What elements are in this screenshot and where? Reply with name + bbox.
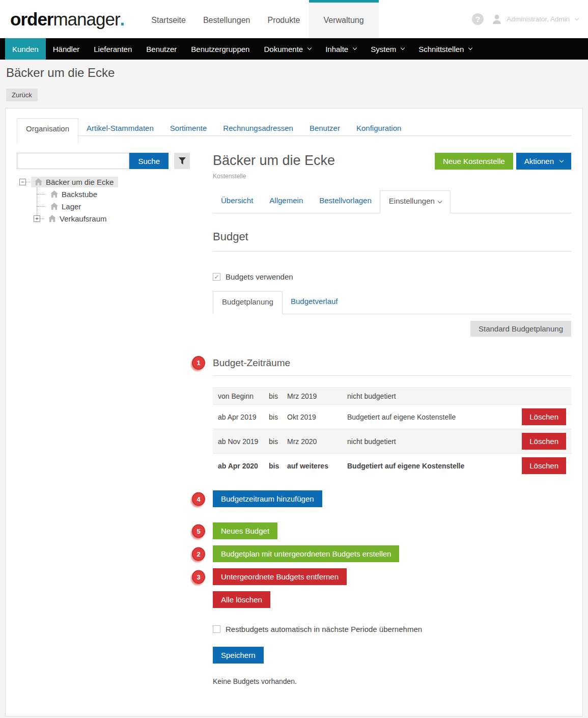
collapse-icon[interactable]: − (19, 179, 26, 185)
tree-connector (37, 206, 46, 207)
tree-item-verkaufsraum[interactable]: + Verkaufsraum (17, 212, 190, 225)
period-from: ab Nov 2019 (218, 437, 269, 446)
cost-center-tabs: Übersicht Allgemein Bestellvorlagen Eins… (213, 190, 571, 213)
tree-item-lager[interactable]: Lager (17, 200, 190, 212)
period-bis: bis (269, 392, 287, 400)
tab-budgetplanung[interactable]: Budgetplanung (213, 291, 283, 314)
tab-budgetverlauf[interactable]: Budgetverlauf (283, 291, 346, 311)
new-budget-button[interactable]: Neues Budget (213, 522, 277, 539)
chevron-down-icon (353, 46, 357, 50)
home-icon (48, 215, 56, 222)
period-from: von Beginn (218, 392, 269, 400)
top-nav: Startseite Bestellungen Produkte Verwalt… (143, 0, 378, 38)
tab-konfiguration[interactable]: Konfiguration (348, 118, 409, 138)
delete-period-button[interactable]: Löschen (522, 433, 566, 450)
subnav-haendler[interactable]: Händler (46, 38, 87, 60)
header-right: ? Administrator, Admin (472, 0, 580, 38)
table-row: ab Nov 2019 bis Mrz 2020 nicht budgetier… (213, 429, 571, 454)
subnav-benutzergruppen[interactable]: Benutzergruppen (184, 38, 257, 60)
tree-item-baecker-um-die-ecke[interactable]: − Bäcker um die Ecke (17, 176, 190, 188)
create-subordinate-budget-plan-button[interactable]: Budgetplan mit untergeordneten Budgets e… (213, 545, 399, 562)
chevron-down-icon (468, 46, 472, 50)
chevron-down-icon (575, 16, 579, 20)
tab-uebersicht[interactable]: Übersicht (213, 190, 261, 210)
logo-manager: manager (53, 9, 120, 29)
back-button[interactable]: Zurück (6, 89, 38, 101)
user-menu[interactable]: Administrator, Admin (491, 14, 578, 25)
new-cost-center-button[interactable]: Neue Kostenstelle (435, 153, 513, 170)
carryover-row: Restbudgets automatisch in nächste Perio… (213, 625, 571, 633)
delete-period-button[interactable]: Löschen (522, 457, 566, 474)
help-icon[interactable]: ? (472, 13, 484, 25)
step-badge-3: 3 (192, 570, 205, 584)
nav-bestellungen[interactable]: Bestellungen (194, 0, 259, 38)
search-button[interactable]: Suche (129, 153, 169, 169)
carryover-label: Restbudgets automatisch in nächste Perio… (226, 625, 422, 633)
budget-heading: Budget (213, 230, 571, 252)
period-from: ab Apr 2020 (218, 462, 269, 470)
subnav-kunden[interactable]: Kunden (5, 38, 46, 60)
cost-center-title: Bäcker um die Ecke (213, 153, 335, 169)
save-button[interactable]: Speichern (213, 647, 264, 664)
subnav-lieferanten[interactable]: Lieferanten (87, 38, 139, 60)
budget-periods-table: von Beginn bis Mrz 2019 nicht budgetiert… (213, 388, 571, 478)
home-icon (50, 190, 58, 198)
subnav-inhalte[interactable]: Inhalte (318, 38, 363, 60)
app-logo: ordermanager. (10, 9, 124, 30)
tab-benutzer[interactable]: Benutzer (301, 118, 348, 138)
remove-subordinate-budgets-button[interactable]: Untergeordnete Budgets entfernen (213, 568, 347, 585)
tree-item-label: Backstube (62, 190, 97, 199)
org-sidebar: Suche − Bäcker um die Ecke (17, 153, 190, 685)
tab-einstellungen[interactable]: Einstellungen (380, 190, 451, 213)
tree-item-label: Lager (62, 202, 81, 211)
subnav-system[interactable]: System (363, 38, 411, 60)
delete-all-button[interactable]: Alle löschen (213, 591, 270, 608)
tree-item-label: Bäcker um die Ecke (46, 178, 114, 186)
search-input[interactable] (17, 153, 129, 169)
standard-budgetplanung-button[interactable]: Standard Budgetplanung (470, 321, 571, 337)
period-to: Mrz 2019 (287, 392, 347, 400)
tree-connector (26, 182, 30, 182)
period-status: nicht budgetiert (347, 392, 566, 400)
period-bis: bis (269, 437, 287, 446)
budget-tabs: Budgetplanung Budgetverlauf (213, 291, 571, 314)
tab-bestellvorlagen[interactable]: Bestellvorlagen (311, 190, 380, 210)
home-icon (35, 178, 42, 185)
tab-sortimente[interactable]: Sortimente (162, 118, 215, 138)
chevron-down-icon (307, 46, 312, 50)
tab-allgemein[interactable]: Allgemein (261, 190, 311, 210)
filter-icon (179, 157, 186, 164)
add-budget-period-button[interactable]: Budgetzeitraum hinzufügen (213, 490, 322, 507)
delete-period-button[interactable]: Löschen (522, 408, 566, 425)
table-row: ab Apr 2020 bis auf weiteres Budgetiert … (213, 454, 571, 478)
period-from: ab Apr 2019 (218, 413, 269, 421)
nav-produkte[interactable]: Produkte (259, 0, 309, 38)
step-badge-5: 5 (192, 524, 205, 538)
period-bis: bis (269, 413, 287, 421)
carryover-checkbox[interactable] (213, 625, 220, 633)
period-status: Budgetiert auf eigene Kostenstelle (347, 462, 522, 470)
use-budgets-checkbox[interactable]: ✓ (213, 273, 220, 281)
period-status: Budgetiert auf eigene Kostenstelle (347, 413, 522, 421)
tree-connector (37, 194, 46, 195)
app-header: ordermanager. Startseite Bestellungen Pr… (0, 0, 588, 38)
nav-verwaltung[interactable]: Verwaltung (309, 0, 379, 38)
nav-startseite[interactable]: Startseite (143, 0, 194, 38)
tab-artikel-stammdaten[interactable]: Artikel-Stammdaten (78, 118, 162, 138)
actions-dropdown-button[interactable]: Aktionen (516, 153, 571, 170)
chevron-down-icon (559, 158, 564, 162)
subnav-benutzer[interactable]: Benutzer (139, 38, 184, 60)
tree-connector (40, 218, 44, 219)
subnav-dokumente[interactable]: Dokumente (257, 38, 318, 60)
period-bis: bis (269, 462, 287, 470)
customer-panel: Organisation Artikel-Stammdaten Sortimen… (5, 108, 583, 716)
tree-item-backstube[interactable]: Backstube (17, 188, 190, 200)
budget-actions: 4 Budgetzeitraum hinzufügen 5 Neues Budg… (213, 490, 571, 608)
expand-icon[interactable]: + (34, 215, 40, 222)
tab-rechnungsadressen[interactable]: Rechnungsadressen (215, 118, 301, 138)
subnav-schnittstellen[interactable]: Schnittstellen (411, 38, 479, 60)
table-row: von Beginn bis Mrz 2019 nicht budgetiert (213, 388, 571, 405)
tab-organisation[interactable]: Organisation (17, 118, 78, 143)
logo-order: order (10, 9, 53, 29)
filter-button[interactable] (174, 153, 190, 169)
